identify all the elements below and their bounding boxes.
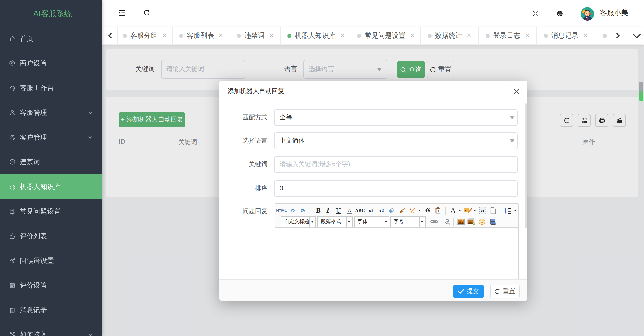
svg-text:ab: ab [465, 209, 469, 212]
